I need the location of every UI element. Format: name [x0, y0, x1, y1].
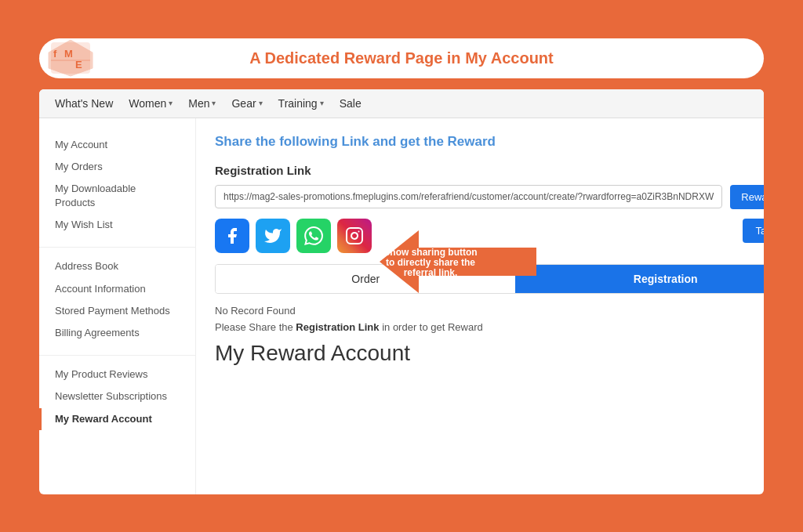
sidebar-group-3: My Product Reviews Newsletter Subscripti… — [39, 364, 195, 430]
sidebar-item-newsletter[interactable]: Newsletter Subscriptions — [39, 385, 195, 407]
sidebar-divider-2 — [39, 355, 195, 356]
svg-text:M: M — [64, 48, 73, 60]
sidebar-item-wish-list[interactable]: My Wish List — [39, 214, 195, 236]
target-btn-wrapper: Target Left — [743, 219, 764, 243]
nav-item-whats-new[interactable]: What's New — [55, 97, 113, 110]
whatsapp-icon[interactable] — [296, 219, 331, 253]
sidebar-item-downloadable[interactable]: My DownloadableProducts — [39, 178, 195, 214]
nav-bar: What's New Women ▾ Men ▾ Gear ▾ Training… — [39, 89, 764, 118]
sidebar-item-my-orders[interactable]: My Orders — [39, 156, 195, 178]
facebook-icon[interactable] — [215, 219, 249, 253]
outer-wrapper: f M E A Dedicated Reward Page in My Acco… — [25, 24, 778, 508]
reward-detail-button[interactable]: Reward Detail — [730, 185, 764, 209]
logo-area: f M E — [47, 38, 94, 78]
twitter-icon[interactable] — [256, 219, 290, 253]
registration-link-label: Registration Link — [215, 164, 764, 177]
share-note-link: Registration Link — [296, 321, 379, 333]
chevron-icon: ▾ — [169, 99, 173, 107]
header-bar: f M E A Dedicated Reward Page in My Acco… — [39, 38, 764, 78]
nav-item-gear[interactable]: Gear ▾ — [231, 97, 262, 110]
nav-item-training[interactable]: Training ▾ — [278, 97, 324, 110]
sidebar: My Account My Orders My DownloadableProd… — [39, 118, 196, 494]
url-display[interactable]: https://mag2-sales-promotions.fmeplugins… — [215, 185, 722, 208]
nav-item-sale[interactable]: Sale — [340, 97, 362, 110]
svg-rect-6 — [347, 228, 362, 244]
tab-registration[interactable]: Registration — [515, 265, 764, 293]
content-area: My Account My Orders My DownloadableProd… — [39, 118, 764, 494]
sidebar-item-address-book[interactable]: Address Book — [39, 255, 195, 277]
instagram-icon[interactable] — [337, 219, 372, 253]
chevron-icon: ▾ — [212, 99, 216, 107]
page-content: Share the following Link and get the Rew… — [196, 118, 764, 494]
main-content: What's New Women ▾ Men ▾ Gear ▾ Training… — [39, 89, 764, 494]
social-row — [215, 219, 764, 253]
sidebar-item-payment-methods[interactable]: Stored Payment Methods — [39, 300, 195, 322]
chevron-icon: ▾ — [320, 99, 324, 107]
share-heading: Share the following Link and get the Rew… — [215, 134, 764, 150]
no-record-text: No Record Found — [215, 305, 764, 317]
sidebar-group-1: My Account My Orders My DownloadableProd… — [39, 134, 195, 237]
sidebar-item-reward-account[interactable]: My Reward Account — [39, 408, 195, 430]
nav-item-women[interactable]: Women ▾ — [129, 97, 173, 110]
sidebar-group-2: Address Book Account Information Stored … — [39, 255, 195, 344]
sidebar-divider — [39, 247, 195, 248]
nav-item-men[interactable]: Men ▾ — [188, 97, 216, 110]
sidebar-item-product-reviews[interactable]: My Product Reviews — [39, 364, 195, 385]
svg-text:f: f — [53, 48, 57, 60]
reward-account-heading: My Reward Account — [215, 341, 764, 366]
sidebar-item-billing[interactable]: Billing Agreements — [39, 322, 195, 344]
sidebar-item-account-info[interactable]: Account Information — [39, 278, 195, 300]
sidebar-item-my-account[interactable]: My Account — [39, 134, 195, 156]
tabs-row: Order Registration — [215, 264, 764, 294]
header-title: A Dedicated Reward Page in My Account — [249, 49, 554, 67]
share-note: Please Share the Registration Link in or… — [215, 321, 764, 333]
tab-order[interactable]: Order — [216, 265, 515, 293]
target-left-button[interactable]: Target Left — [743, 219, 764, 243]
chevron-icon: ▾ — [259, 99, 263, 107]
link-row: https://mag2-sales-promotions.fmeplugins… — [215, 185, 764, 209]
